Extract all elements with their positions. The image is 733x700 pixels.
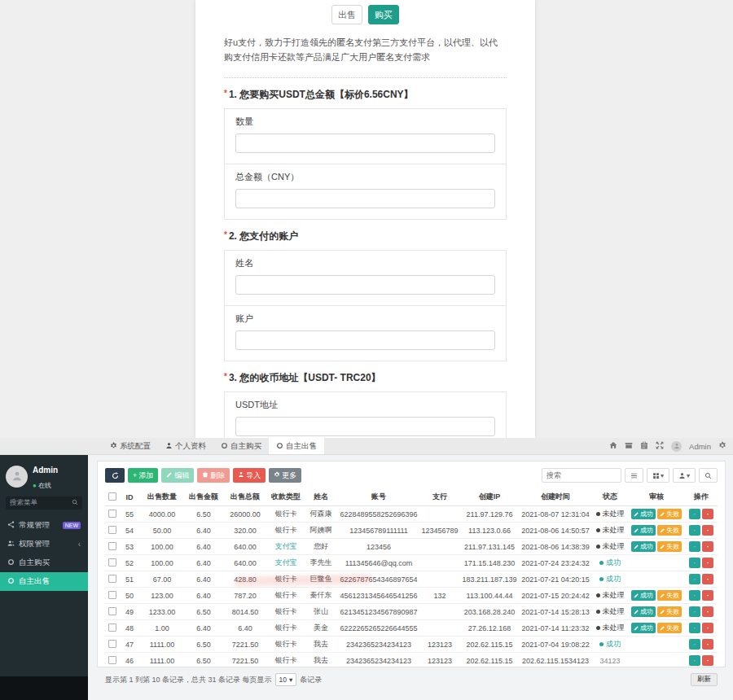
row-delete-button[interactable] [702, 639, 713, 650]
cell-branch: 123123 [419, 653, 460, 669]
row-checkbox[interactable] [108, 607, 116, 615]
sidebar-search-input[interactable]: 搜索菜单 [6, 497, 82, 510]
select-all-checkbox[interactable] [108, 492, 116, 501]
sidebar-item-permissions[interactable]: 权限管理 ‹ [0, 535, 88, 553]
payee-name-input[interactable] [235, 275, 495, 295]
row-checkbox[interactable] [108, 640, 116, 648]
search-button[interactable] [699, 468, 718, 483]
row-edit-button[interactable] [689, 623, 700, 633]
row-delete-button[interactable] [702, 590, 713, 601]
row-checkbox[interactable] [108, 623, 116, 632]
table-search-input[interactable] [542, 468, 621, 483]
sell-tab-button[interactable]: 出售 [331, 5, 362, 24]
clipboard-icon[interactable] [640, 441, 648, 451]
circle-icon [7, 577, 15, 586]
columns-button[interactable]: ▾ [647, 468, 669, 483]
row-delete-button[interactable] [702, 574, 713, 584]
audit-fail-button[interactable]: 失败 [657, 509, 682, 519]
toggle-view-button[interactable] [625, 468, 643, 483]
home-icon[interactable] [609, 441, 617, 451]
audit-fail-button[interactable]: 失败 [657, 590, 682, 601]
topbar-avatar[interactable] [671, 441, 682, 452]
sidebar-item-self-buy[interactable]: 自主购买 [0, 553, 88, 572]
sidebar-item-self-sell[interactable]: 自主出售 [0, 572, 88, 591]
row-edit-button[interactable] [689, 639, 700, 650]
sidebar-item-label: 自主出售 [19, 576, 50, 587]
cell-name: 您好 [304, 539, 338, 555]
cell-account: 4561231345646541256 [338, 588, 419, 604]
row-edit-button[interactable] [689, 606, 700, 617]
row-delete-button[interactable] [702, 623, 713, 633]
gear-icon[interactable] [718, 441, 726, 451]
box-icon[interactable] [625, 441, 633, 451]
audit-success-button[interactable]: 成功 [631, 509, 656, 519]
row-checkbox[interactable] [108, 542, 116, 550]
topbar-username[interactable]: Admin [689, 442, 711, 451]
delete-button[interactable]: 删除 [197, 468, 230, 483]
row-checkbox[interactable] [108, 591, 116, 599]
cell-branch [419, 620, 460, 637]
export-button[interactable]: ▾ [673, 468, 696, 483]
audit-fail-button[interactable]: 失败 [657, 541, 682, 552]
row-checkbox[interactable] [108, 526, 116, 534]
row-delete-button[interactable] [702, 655, 713, 666]
cell-ip: 211.97.131.145 [460, 539, 519, 555]
tab-profile[interactable]: 个人资料 [158, 438, 213, 454]
row-checkbox[interactable] [108, 558, 116, 567]
row-delete-button[interactable] [702, 509, 713, 519]
page-size-select[interactable]: 10▾ [275, 673, 297, 686]
audit-fail-button[interactable]: 失败 [657, 623, 682, 633]
account-input[interactable] [235, 330, 495, 350]
cell-audit [628, 637, 685, 653]
row-checkbox[interactable] [108, 575, 116, 583]
tab-self-buy[interactable]: 自主购买 [213, 438, 269, 454]
audit-fail-button[interactable]: 失败 [657, 606, 682, 617]
row-delete-button[interactable] [702, 541, 713, 552]
refresh-button[interactable] [105, 468, 125, 483]
sidebar-item-general[interactable]: 常规管理 NEW [0, 516, 88, 535]
cell-qty: 1111.00 [139, 653, 185, 669]
audit-success-button[interactable]: 成功 [631, 623, 656, 633]
audit-success-button[interactable]: 成功 [631, 606, 656, 617]
audit-success-button[interactable]: 成功 [631, 525, 656, 536]
row-delete-button[interactable] [702, 558, 713, 568]
edit-button[interactable]: 编辑 [161, 468, 194, 483]
tab-system-config[interactable]: 系统配置 [103, 438, 158, 454]
usdt-address-input[interactable] [235, 417, 495, 436]
sidebar-item-label: 权限管理 [19, 539, 50, 549]
row-edit-button[interactable] [689, 558, 700, 568]
quantity-input[interactable] [235, 133, 495, 153]
cell-ops [685, 653, 718, 669]
fullscreen-icon[interactable] [656, 441, 664, 451]
row-delete-button[interactable] [702, 606, 713, 617]
cell-price: 6.40 [185, 539, 222, 555]
row-edit-button[interactable] [689, 655, 700, 666]
buy-tab-button[interactable]: 购买 [368, 5, 399, 24]
cell-pay-type: 银行卡 [268, 653, 304, 669]
footer-refresh-button[interactable]: 刷新 [691, 673, 718, 686]
row-checkbox[interactable] [108, 656, 116, 664]
cell-name: 张山 [304, 604, 338, 620]
row-delete-button[interactable] [702, 525, 713, 536]
import-button[interactable]: 导入 [233, 468, 266, 483]
cell-qty: 123.00 [139, 588, 185, 604]
cell-qty: 4000.00 [139, 506, 185, 523]
table-row: 491233.006.508014.50银行卡张山621345123456789… [105, 604, 718, 620]
total-amount-input[interactable] [235, 189, 495, 208]
more-button[interactable]: 更多 [269, 468, 301, 483]
row-edit-button[interactable] [689, 525, 700, 536]
add-button[interactable]: +添加 [128, 468, 158, 483]
row-checkbox[interactable] [108, 510, 116, 518]
cell-audit: 成功失败 [628, 588, 685, 604]
cell-qty: 1233.00 [139, 604, 185, 620]
audit-success-button[interactable]: 成功 [631, 541, 656, 552]
row-edit-button[interactable] [689, 541, 700, 552]
field-group: 姓名 [225, 251, 506, 306]
row-edit-button[interactable] [689, 509, 700, 519]
tab-self-sell[interactable]: 自主出售 [269, 438, 324, 454]
row-edit-button[interactable] [689, 590, 700, 601]
row-edit-button[interactable] [689, 574, 700, 584]
audit-success-button[interactable]: 成功 [631, 590, 656, 601]
quantity-label: 数量 [235, 116, 495, 128]
audit-fail-button[interactable]: 失败 [657, 525, 682, 536]
